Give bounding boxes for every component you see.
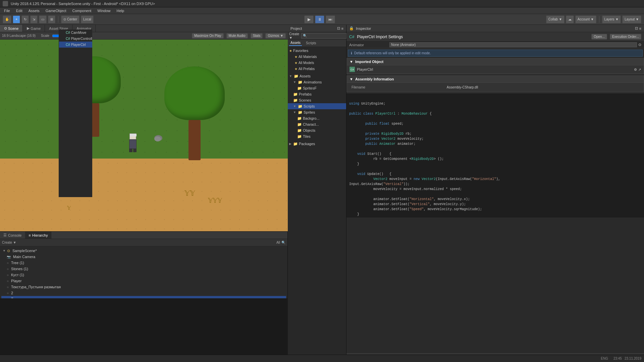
folder-objects[interactable]: 📁 Objects bbox=[288, 127, 346, 133]
stats-btn[interactable]: Stats bbox=[251, 33, 263, 39]
tab-scripts[interactable]: Scripts bbox=[305, 41, 318, 46]
sand-area bbox=[0, 159, 288, 231]
animator-picker-icon[interactable]: ⊙ bbox=[638, 43, 641, 47]
create-project-btn[interactable]: Create ▼ bbox=[289, 32, 299, 40]
maximize-on-play-btn[interactable]: Maximize On Play bbox=[192, 33, 224, 39]
packages-section: ▶ 📁 Packages bbox=[288, 140, 346, 147]
viewport-header: 16:9 Landscape (16:9) Scale 1x Maximize … bbox=[0, 32, 288, 40]
pause-button[interactable]: ⏸ bbox=[315, 15, 324, 23]
imported-object-name: PlayerCtrl bbox=[357, 67, 373, 71]
collab-btn[interactable]: Collab ▼ bbox=[546, 15, 565, 23]
folder-animations[interactable]: ▼ 📁 Animations bbox=[288, 79, 346, 85]
tool-rotate[interactable]: ↻ bbox=[21, 15, 29, 23]
tab-scene[interactable]: ⊙ Scene bbox=[0, 25, 23, 32]
menu-window[interactable]: Window bbox=[95, 8, 113, 13]
layers-btn[interactable]: Layers ▼ bbox=[602, 15, 621, 23]
folder-backgro[interactable]: 📁 Backgro... bbox=[288, 115, 346, 121]
tool-multi[interactable]: ⊞ bbox=[48, 15, 55, 23]
fav-all-materials[interactable]: ★ All Materials bbox=[288, 54, 346, 60]
cloud-btn[interactable]: ☁ bbox=[566, 15, 574, 23]
filename-label: Filename bbox=[350, 85, 445, 90]
mute-audio-btn[interactable]: Mute Audio bbox=[226, 33, 248, 39]
menu-assets[interactable]: Assets bbox=[26, 8, 42, 13]
tab-game[interactable]: ▶ Game bbox=[23, 25, 45, 32]
toolbar: ✋ ✦ ↻ ⇲ ▭ ⊞ ⊙ Center Local ▶ ⏸ ⏭ Collab … bbox=[0, 14, 644, 25]
pivot-center-btn[interactable]: ⊙ Center bbox=[61, 15, 79, 23]
separator-1 bbox=[58, 16, 58, 23]
project-content: ★ Favorites ★ All Materials ★ All Models bbox=[288, 47, 346, 362]
bottom-section: ☰ Console ≡ Hierarchy Create ▼ All 🔍 bbox=[0, 231, 288, 298]
project-maximize-icon[interactable]: ⊡ bbox=[337, 26, 340, 31]
resolution-label: 16:9 Landscape (16:9) bbox=[2, 34, 36, 38]
project-search-input[interactable] bbox=[301, 33, 347, 39]
pivot-mode-btn[interactable]: Local bbox=[81, 15, 94, 23]
grass-tuft-3: 𝕐 bbox=[67, 205, 71, 211]
folder-scripts[interactable]: ▼ 📁 Scripts bbox=[288, 103, 346, 109]
menu-edit[interactable]: Edit bbox=[13, 8, 25, 13]
create-label[interactable]: Create ▼ bbox=[2, 241, 16, 244]
hier-player[interactable]: ○ Player bbox=[1, 278, 286, 284]
hier-tree-1[interactable]: ○ Tree (1) bbox=[1, 260, 286, 266]
hier-kust-1[interactable]: ○ Куст (1) bbox=[1, 272, 286, 278]
menu-component[interactable]: Component bbox=[69, 8, 94, 13]
status-date: 23.11.2019 bbox=[625, 357, 641, 360]
grass-area bbox=[0, 40, 288, 159]
menu-gameobject[interactable]: GameObject bbox=[43, 8, 69, 13]
status-lang: ENG bbox=[601, 357, 608, 360]
tool-scale[interactable]: ⇲ bbox=[30, 15, 38, 23]
imported-cs-icon: C# bbox=[350, 67, 355, 72]
folder-spritesf[interactable]: 📁 SpritesF bbox=[288, 85, 346, 91]
hier-texture-desert[interactable]: ○ Текстура_Пустыня размытая bbox=[1, 284, 286, 290]
script-playercontrolle[interactable]: C# PlayerControlle bbox=[59, 36, 92, 42]
import-settings-icon[interactable]: ⚙ bbox=[634, 68, 637, 71]
import-open-icon[interactable]: ↗ bbox=[638, 68, 641, 71]
imported-object-header: ▼ Imported Object bbox=[347, 58, 644, 65]
play-button[interactable]: ▶ bbox=[304, 15, 314, 23]
folder-tiles[interactable]: 📁 Tiles bbox=[288, 133, 346, 139]
gizmos-btn[interactable]: Gizmos ▼ bbox=[265, 33, 286, 39]
favorites-folder[interactable]: ★ Favorites bbox=[288, 48, 346, 54]
player-character bbox=[129, 133, 137, 152]
title-bar: Unity 2018.4.12f1 Personal - SampleScene… bbox=[0, 0, 644, 7]
menu-file[interactable]: File bbox=[1, 8, 13, 13]
import-settings-title: PlayerCtrl Import Settings bbox=[357, 35, 403, 39]
script-cammove[interactable]: C# CamMove bbox=[59, 29, 92, 36]
menu-help[interactable]: Help bbox=[114, 8, 127, 13]
script-playerctrl[interactable]: C# PlayerCtrl bbox=[59, 42, 92, 48]
tool-move[interactable]: ✦ bbox=[13, 15, 20, 23]
layout-btn[interactable]: Layout ▼ bbox=[622, 15, 641, 23]
hier-2[interactable]: ○ 2 bbox=[1, 290, 286, 296]
execution-order-btn[interactable]: Execution Order... bbox=[610, 34, 641, 40]
open-btn[interactable]: Open... bbox=[591, 34, 607, 40]
account-btn[interactable]: Account ▼ bbox=[575, 15, 596, 23]
tab-hierarchy[interactable]: ≡ Hierarchy bbox=[25, 232, 52, 239]
lock-icon[interactable]: 🔒 bbox=[349, 26, 354, 31]
tool-rect[interactable]: ▭ bbox=[39, 15, 47, 23]
project-menu-icon[interactable]: ≡ bbox=[341, 26, 343, 31]
folder-scenes[interactable]: 📁 Scenes bbox=[288, 97, 346, 103]
tab-assets[interactable]: Assets bbox=[289, 40, 302, 46]
fav-all-prefabs[interactable]: ★ All Prefabs bbox=[288, 66, 346, 72]
rock-5 bbox=[154, 136, 161, 141]
project-asset-tabs: Assets Scripts bbox=[288, 40, 346, 47]
inspector-title: Inspector bbox=[356, 26, 371, 31]
animator-value[interactable] bbox=[389, 42, 637, 47]
folder-sprites[interactable]: ▼ 📁 Sprites bbox=[288, 109, 346, 115]
hier-main-camera[interactable]: 📷 Main Camera bbox=[1, 254, 286, 260]
inspector-menu-icon[interactable]: ≡ bbox=[639, 26, 641, 31]
hier-tree[interactable]: ○ Tree bbox=[1, 296, 286, 298]
code-view: using UnityEngine; public class PlayerCt… bbox=[346, 94, 644, 218]
hier-stones-1[interactable]: ○ Stones (1) bbox=[1, 266, 286, 272]
inspector-maximize-icon[interactable]: ⊡ bbox=[635, 26, 638, 31]
tab-console[interactable]: ☰ Console bbox=[0, 232, 25, 239]
step-button[interactable]: ⏭ bbox=[326, 15, 335, 23]
folder-prefabs[interactable]: 📁 Prefabs bbox=[288, 91, 346, 97]
packages-folder[interactable]: ▶ 📁 Packages bbox=[288, 141, 346, 147]
hier-sample-scene[interactable]: ▼ ⊙ SampleScene* bbox=[1, 248, 286, 254]
pivot-icon: ⊙ bbox=[63, 17, 66, 21]
tool-hand[interactable]: ✋ bbox=[3, 15, 11, 23]
folder-charact[interactable]: 📁 Charact... bbox=[288, 121, 346, 127]
scene-game-tabs: ⊙ Scene ▶ Game Asset Store Animator bbox=[0, 25, 288, 32]
assets-root-folder[interactable]: ▼ 📁 Assets bbox=[288, 73, 346, 79]
fav-all-models[interactable]: ★ All Models bbox=[288, 60, 346, 66]
